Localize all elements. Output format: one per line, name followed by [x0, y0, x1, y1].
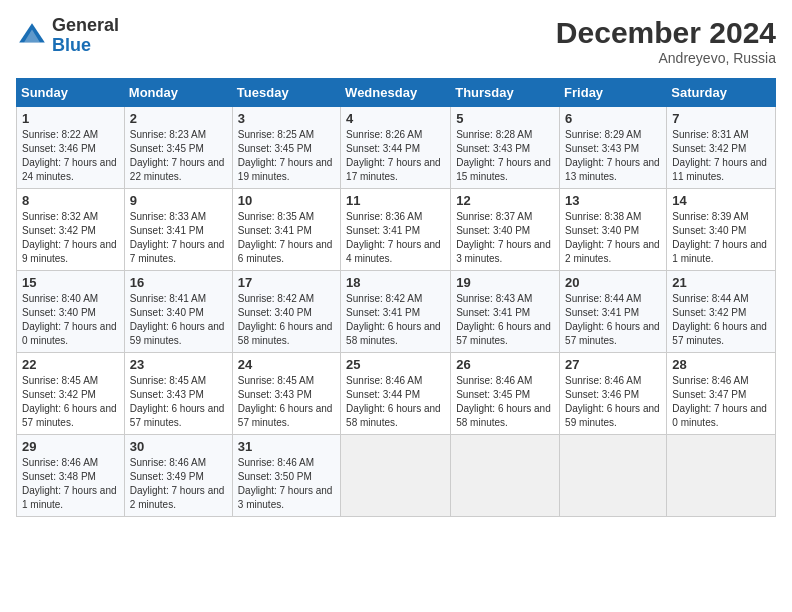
day-number: 10	[238, 193, 335, 208]
day-cell: 26Sunrise: 8:46 AM Sunset: 3:45 PM Dayli…	[451, 353, 560, 435]
day-number: 15	[22, 275, 119, 290]
day-number: 1	[22, 111, 119, 126]
day-cell: 23Sunrise: 8:45 AM Sunset: 3:43 PM Dayli…	[124, 353, 232, 435]
day-number: 11	[346, 193, 445, 208]
day-info: Sunrise: 8:41 AM Sunset: 3:40 PM Dayligh…	[130, 292, 227, 348]
day-number: 30	[130, 439, 227, 454]
day-number: 23	[130, 357, 227, 372]
day-cell: 30Sunrise: 8:46 AM Sunset: 3:49 PM Dayli…	[124, 435, 232, 517]
day-number: 18	[346, 275, 445, 290]
day-cell: 5Sunrise: 8:28 AM Sunset: 3:43 PM Daylig…	[451, 107, 560, 189]
day-info: Sunrise: 8:37 AM Sunset: 3:40 PM Dayligh…	[456, 210, 554, 266]
title-block: December 2024 Andreyevo, Russia	[556, 16, 776, 66]
day-cell: 31Sunrise: 8:46 AM Sunset: 3:50 PM Dayli…	[232, 435, 340, 517]
col-saturday: Saturday	[667, 79, 776, 107]
calendar-table: Sunday Monday Tuesday Wednesday Thursday…	[16, 78, 776, 517]
day-info: Sunrise: 8:39 AM Sunset: 3:40 PM Dayligh…	[672, 210, 770, 266]
day-cell: 21Sunrise: 8:44 AM Sunset: 3:42 PM Dayli…	[667, 271, 776, 353]
day-info: Sunrise: 8:38 AM Sunset: 3:40 PM Dayligh…	[565, 210, 661, 266]
day-number: 9	[130, 193, 227, 208]
day-number: 21	[672, 275, 770, 290]
day-cell: 28Sunrise: 8:46 AM Sunset: 3:47 PM Dayli…	[667, 353, 776, 435]
day-number: 31	[238, 439, 335, 454]
day-number: 28	[672, 357, 770, 372]
col-wednesday: Wednesday	[341, 79, 451, 107]
logo-text: General Blue	[52, 16, 119, 56]
day-cell: 8Sunrise: 8:32 AM Sunset: 3:42 PM Daylig…	[17, 189, 125, 271]
day-number: 27	[565, 357, 661, 372]
logo-icon	[16, 20, 48, 52]
day-info: Sunrise: 8:42 AM Sunset: 3:40 PM Dayligh…	[238, 292, 335, 348]
day-cell	[451, 435, 560, 517]
day-number: 16	[130, 275, 227, 290]
day-info: Sunrise: 8:29 AM Sunset: 3:43 PM Dayligh…	[565, 128, 661, 184]
day-number: 19	[456, 275, 554, 290]
day-info: Sunrise: 8:45 AM Sunset: 3:43 PM Dayligh…	[130, 374, 227, 430]
day-info: Sunrise: 8:44 AM Sunset: 3:41 PM Dayligh…	[565, 292, 661, 348]
day-cell: 29Sunrise: 8:46 AM Sunset: 3:48 PM Dayli…	[17, 435, 125, 517]
day-cell: 11Sunrise: 8:36 AM Sunset: 3:41 PM Dayli…	[341, 189, 451, 271]
day-cell: 16Sunrise: 8:41 AM Sunset: 3:40 PM Dayli…	[124, 271, 232, 353]
col-thursday: Thursday	[451, 79, 560, 107]
day-number: 8	[22, 193, 119, 208]
day-info: Sunrise: 8:45 AM Sunset: 3:43 PM Dayligh…	[238, 374, 335, 430]
day-cell: 19Sunrise: 8:43 AM Sunset: 3:41 PM Dayli…	[451, 271, 560, 353]
day-cell: 14Sunrise: 8:39 AM Sunset: 3:40 PM Dayli…	[667, 189, 776, 271]
day-info: Sunrise: 8:46 AM Sunset: 3:49 PM Dayligh…	[130, 456, 227, 512]
day-number: 2	[130, 111, 227, 126]
week-row-4: 22Sunrise: 8:45 AM Sunset: 3:42 PM Dayli…	[17, 353, 776, 435]
logo-general-text: General	[52, 16, 119, 36]
day-info: Sunrise: 8:42 AM Sunset: 3:41 PM Dayligh…	[346, 292, 445, 348]
logo: General Blue	[16, 16, 119, 56]
day-info: Sunrise: 8:46 AM Sunset: 3:45 PM Dayligh…	[456, 374, 554, 430]
day-info: Sunrise: 8:36 AM Sunset: 3:41 PM Dayligh…	[346, 210, 445, 266]
day-info: Sunrise: 8:46 AM Sunset: 3:44 PM Dayligh…	[346, 374, 445, 430]
day-info: Sunrise: 8:35 AM Sunset: 3:41 PM Dayligh…	[238, 210, 335, 266]
day-number: 22	[22, 357, 119, 372]
day-info: Sunrise: 8:25 AM Sunset: 3:45 PM Dayligh…	[238, 128, 335, 184]
day-cell	[341, 435, 451, 517]
week-row-2: 8Sunrise: 8:32 AM Sunset: 3:42 PM Daylig…	[17, 189, 776, 271]
calendar-body: 1Sunrise: 8:22 AM Sunset: 3:46 PM Daylig…	[17, 107, 776, 517]
col-monday: Monday	[124, 79, 232, 107]
day-number: 25	[346, 357, 445, 372]
day-info: Sunrise: 8:40 AM Sunset: 3:40 PM Dayligh…	[22, 292, 119, 348]
day-info: Sunrise: 8:46 AM Sunset: 3:47 PM Dayligh…	[672, 374, 770, 430]
logo-blue-text: Blue	[52, 36, 119, 56]
day-info: Sunrise: 8:45 AM Sunset: 3:42 PM Dayligh…	[22, 374, 119, 430]
week-row-3: 15Sunrise: 8:40 AM Sunset: 3:40 PM Dayli…	[17, 271, 776, 353]
day-number: 24	[238, 357, 335, 372]
day-cell: 4Sunrise: 8:26 AM Sunset: 3:44 PM Daylig…	[341, 107, 451, 189]
location: Andreyevo, Russia	[556, 50, 776, 66]
day-number: 5	[456, 111, 554, 126]
page-header: General Blue December 2024 Andreyevo, Ru…	[16, 16, 776, 66]
day-cell: 13Sunrise: 8:38 AM Sunset: 3:40 PM Dayli…	[560, 189, 667, 271]
col-tuesday: Tuesday	[232, 79, 340, 107]
day-info: Sunrise: 8:26 AM Sunset: 3:44 PM Dayligh…	[346, 128, 445, 184]
day-number: 14	[672, 193, 770, 208]
day-info: Sunrise: 8:46 AM Sunset: 3:50 PM Dayligh…	[238, 456, 335, 512]
day-info: Sunrise: 8:28 AM Sunset: 3:43 PM Dayligh…	[456, 128, 554, 184]
day-cell: 1Sunrise: 8:22 AM Sunset: 3:46 PM Daylig…	[17, 107, 125, 189]
week-row-1: 1Sunrise: 8:22 AM Sunset: 3:46 PM Daylig…	[17, 107, 776, 189]
day-cell	[667, 435, 776, 517]
day-cell: 9Sunrise: 8:33 AM Sunset: 3:41 PM Daylig…	[124, 189, 232, 271]
day-cell: 22Sunrise: 8:45 AM Sunset: 3:42 PM Dayli…	[17, 353, 125, 435]
day-cell: 12Sunrise: 8:37 AM Sunset: 3:40 PM Dayli…	[451, 189, 560, 271]
day-cell: 10Sunrise: 8:35 AM Sunset: 3:41 PM Dayli…	[232, 189, 340, 271]
day-cell: 20Sunrise: 8:44 AM Sunset: 3:41 PM Dayli…	[560, 271, 667, 353]
day-info: Sunrise: 8:31 AM Sunset: 3:42 PM Dayligh…	[672, 128, 770, 184]
day-info: Sunrise: 8:32 AM Sunset: 3:42 PM Dayligh…	[22, 210, 119, 266]
day-number: 6	[565, 111, 661, 126]
day-number: 20	[565, 275, 661, 290]
day-cell: 17Sunrise: 8:42 AM Sunset: 3:40 PM Dayli…	[232, 271, 340, 353]
day-cell: 18Sunrise: 8:42 AM Sunset: 3:41 PM Dayli…	[341, 271, 451, 353]
week-row-5: 29Sunrise: 8:46 AM Sunset: 3:48 PM Dayli…	[17, 435, 776, 517]
day-cell: 2Sunrise: 8:23 AM Sunset: 3:45 PM Daylig…	[124, 107, 232, 189]
day-info: Sunrise: 8:22 AM Sunset: 3:46 PM Dayligh…	[22, 128, 119, 184]
day-cell: 7Sunrise: 8:31 AM Sunset: 3:42 PM Daylig…	[667, 107, 776, 189]
day-number: 26	[456, 357, 554, 372]
day-number: 17	[238, 275, 335, 290]
day-number: 7	[672, 111, 770, 126]
day-cell: 25Sunrise: 8:46 AM Sunset: 3:44 PM Dayli…	[341, 353, 451, 435]
